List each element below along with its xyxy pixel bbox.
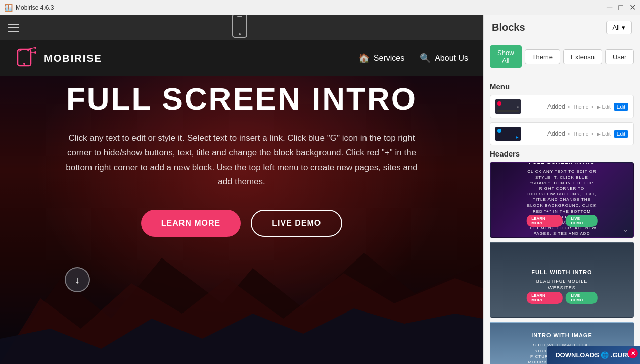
home-icon: 🏠 [358,53,370,64]
menu-block-item-1[interactable]: ≡ Added • Theme • ▶ Edit Edit [490,95,634,118]
downloads-close-button[interactable]: ✕ [628,348,638,358]
menu-thumb-1: ≡ [495,99,521,114]
window-chrome: 🪟 Mobirise 4.6.3 ─ □ ✕ [0,0,640,15]
live-demo-button[interactable]: LIVE DEMO [251,210,342,237]
header-block-1[interactable]: FULL SCREEN INTRO Click any text to edit… [490,162,634,238]
menu-thumb-2: ▶ [495,127,521,141]
headers-section-label: Headers [490,149,634,158]
svg-rect-2 [237,16,242,17]
nav-link-about[interactable]: 🔍 About Us [420,53,468,64]
menu-section-label: Menu [490,82,634,91]
hero-section: FULL SCREEN INTRO Click any text to edit… [0,40,483,364]
app-title: Mobirise 4.6.3 [16,4,54,11]
learn-more-button[interactable]: LEARN MORE [141,210,241,237]
svg-point-4 [23,63,25,65]
header-block-2-title: FULL WIDTH INTRO Beautiful mobile websit… [526,269,598,291]
svg-point-8 [34,51,36,54]
thumb-btn-live-2[interactable]: LIVE DEMO [566,292,598,304]
nav-about-label: About Us [435,54,468,63]
window-controls: ─ □ ✕ [607,4,636,12]
window-title: 🪟 Mobirise 4.6.3 [4,4,54,12]
device-preview-icon[interactable] [232,15,247,41]
editor-toolbar [0,15,483,40]
downloads-text: DOWNLOADS 🌐 .GURU [555,351,632,359]
header-block-1-buttons: LEARN MORE LIVE DEMO [526,215,598,227]
close-button[interactable]: ✕ [629,4,636,12]
main-layout: MOBIRISE 🏠 Services 🔍 About Us [0,15,640,364]
panel-title: Blocks [492,22,525,33]
dropdown-label: All [613,24,620,31]
hamburger-menu[interactable] [8,24,19,32]
filter-tabs: Show All Theme Extensn User [484,40,640,73]
nav-services-label: Services [374,54,404,63]
preview-wrapper: MOBIRISE 🏠 Services 🔍 About Us [0,40,483,364]
edit-badge-1[interactable]: Edit [614,103,628,111]
minimize-button[interactable]: ─ [607,4,612,12]
hero-buttons: LEARN MORE LIVE DEMO [65,210,419,237]
hamburger-line-1 [8,24,19,25]
thumb-btn-learn-2[interactable]: LEARN MORE [526,292,563,304]
svg-point-7 [34,47,36,49]
right-panel: Blocks All ▾ Show All Theme Extensn User… [483,15,640,364]
svg-point-1 [239,33,241,35]
hero-title: FULL SCREEN INTRO [65,82,419,116]
search-icon: 🔍 [420,53,431,64]
hero-content: FULL SCREEN INTRO Click any text to edit… [55,72,429,303]
expand-icon-1[interactable]: ⌄ [622,224,629,234]
site-nav-links: 🏠 Services 🔍 About Us [358,53,468,64]
scroll-down-button[interactable]: ↓ [65,267,90,292]
site-logo: MOBIRISE [15,45,102,71]
nav-link-services[interactable]: 🏠 Services [358,53,404,64]
logo-text: MOBIRISE [44,53,102,64]
menu-block-left-1: ≡ [495,99,521,114]
thumb-btn-learn[interactable]: LEARN MORE [526,215,563,227]
thumb-btn-live[interactable]: LIVE DEMO [566,215,598,227]
menu-block-status-1: Added • Theme • ▶ Edit Edit [547,103,628,111]
tab-show-all[interactable]: Show All [490,45,522,68]
tab-theme[interactable]: Theme [525,49,560,64]
edit-badge-2[interactable]: Edit [614,130,628,138]
dropdown-arrow: ▾ [622,24,625,31]
site-nav: MOBIRISE 🏠 Services 🔍 About Us [0,40,483,76]
menu-block-status-2: Added • Theme • ▶ Edit Edit [547,130,628,138]
tab-extension[interactable]: Extensn [563,49,602,64]
added-label-1: Added [547,103,565,110]
added-label-2: Added [547,130,565,137]
menu-block-item-2[interactable]: ▶ Added • Theme • ▶ Edit Edit [490,122,634,145]
all-dropdown-button[interactable]: All ▾ [606,21,632,34]
svg-line-5 [28,48,34,49]
editor-area: MOBIRISE 🏠 Services 🔍 About Us [0,15,483,364]
panel-header: Blocks All ▾ [484,15,640,40]
maximize-button[interactable]: □ [618,4,623,12]
hero-subtitle: Click any text to edit or style it. Sele… [65,131,419,190]
app-icon: 🪟 [4,4,13,12]
header-block-2[interactable]: FULL WIDTH INTRO Beautiful mobile websit… [490,242,634,318]
hamburger-line-2 [8,27,19,28]
menu-block-left-2: ▶ [495,127,521,141]
thumb-dot-1 [497,101,501,106]
tab-user[interactable]: User [605,49,634,64]
panel-content: Menu ≡ Added • Theme • ▶ Edit Edit [484,73,640,364]
downloads-banner: DOWNLOADS 🌐 .GURU ✕ [547,346,640,364]
logo-icon [15,45,38,71]
hamburger-line-3 [8,31,19,32]
header-block-2-buttons: LEARN MORE LIVE DEMO [526,292,598,304]
